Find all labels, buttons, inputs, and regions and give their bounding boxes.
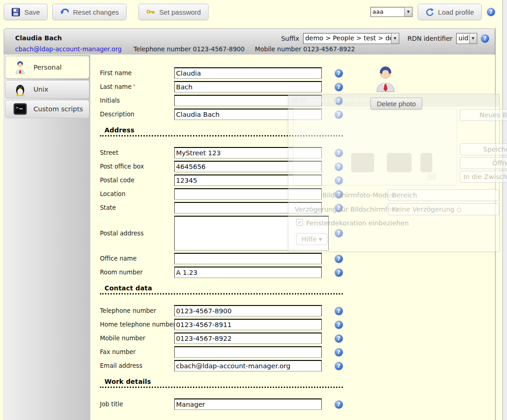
initials-label: Initials: [100, 97, 174, 104]
street-label: Street: [100, 149, 174, 156]
home-telephone-number-label: Home telephone number: [100, 321, 174, 328]
chevron-down-icon: ▼: [391, 33, 399, 44]
help-icon[interactable]: ?: [487, 8, 495, 16]
post-office-box-label: Post office box: [100, 163, 174, 170]
help-icon[interactable]: ?: [335, 97, 343, 105]
street-label-text: Street: [100, 149, 118, 156]
form-row-office-name: Office name?: [100, 253, 495, 264]
rdn-select-value: uid: [457, 33, 469, 44]
help-icon[interactable]: ?: [481, 34, 489, 43]
first-name-input[interactable]: [174, 67, 322, 79]
email-address-input[interactable]: [174, 360, 322, 371]
last-name-input[interactable]: [174, 81, 322, 93]
form-row-description: Description?: [100, 109, 495, 120]
help-icon[interactable]: ?: [335, 163, 343, 171]
room-number-label: Room number: [100, 269, 174, 276]
form-row-state: State?: [100, 202, 495, 213]
help-icon[interactable]: ?: [335, 307, 343, 315]
help-icon[interactable]: ?: [335, 348, 343, 356]
help-icon[interactable]: ?: [335, 255, 343, 263]
reset-changes-label: Reset changes: [73, 8, 119, 16]
content-right-border: [495, 27, 496, 420]
suffix-select[interactable]: demo > People > test > de ▼: [303, 33, 399, 44]
state-input[interactable]: [174, 202, 322, 213]
description-label: Description: [100, 111, 174, 118]
telephone-number-label: Telephone number: [100, 307, 174, 314]
job-title-label-text: Job title: [100, 401, 123, 408]
office-name-input[interactable]: [174, 253, 322, 264]
terminal-icon: >: [13, 102, 28, 116]
scrollbar[interactable]: [502, 0, 507, 420]
telephone-number-input[interactable]: [174, 305, 322, 316]
initials-input[interactable]: [174, 95, 322, 106]
tab-custom-scripts[interactable]: >Custom scripts: [5, 100, 89, 118]
office-name-label: Office name: [100, 255, 174, 262]
state-label: State: [100, 204, 174, 211]
delete-photo-button[interactable]: Delete photo: [370, 98, 422, 109]
description-input[interactable]: [174, 109, 322, 120]
rdn-select[interactable]: uid ▼: [456, 33, 477, 44]
save-button[interactable]: Save: [4, 4, 48, 20]
email-address-label-text: Email address: [100, 362, 143, 369]
profile-select[interactable]: aaa ▼: [370, 7, 413, 17]
section-heading-contact-data: Contact data: [100, 284, 343, 295]
home-telephone-number-input[interactable]: [174, 319, 322, 330]
first-name-label: First name: [100, 70, 174, 76]
set-password-button[interactable]: Set password: [138, 4, 209, 20]
account-header: Claudia Bach Suffix demo > People > test…: [4, 28, 495, 55]
personal-form: First name?Last name*?Initials?Descripti…: [90, 55, 495, 420]
suffix-select-value: demo > People > test > de: [303, 33, 391, 44]
set-password-label: Set password: [159, 8, 201, 16]
help-icon[interactable]: ?: [335, 204, 343, 212]
help-icon[interactable]: ?: [335, 149, 343, 157]
load-profile-button[interactable]: Load profile: [418, 4, 482, 20]
postal-code-label: Postal code: [100, 177, 174, 184]
help-icon[interactable]: ?: [335, 110, 343, 119]
tab-personal[interactable]: Personal: [5, 56, 89, 79]
help-icon[interactable]: ?: [335, 190, 343, 198]
reset-changes-button[interactable]: Reset changes: [52, 4, 127, 20]
delete-photo-label: Delete photo: [377, 100, 416, 108]
mobile-number-input[interactable]: [174, 333, 322, 344]
form-row-room-number: Room number?: [100, 267, 495, 278]
help-icon[interactable]: ?: [335, 321, 343, 329]
help-icon[interactable]: ?: [335, 362, 343, 370]
svg-text:>: >: [16, 105, 19, 110]
room-number-input[interactable]: [174, 267, 322, 278]
job-title-input[interactable]: [174, 398, 322, 410]
postal-address-input[interactable]: [174, 216, 329, 251]
email-link[interactable]: cbach@ldap-account-manager.org: [15, 45, 121, 53]
help-icon[interactable]: ?: [335, 229, 343, 237]
help-icon[interactable]: ?: [335, 268, 343, 277]
help-icon[interactable]: ?: [335, 334, 343, 343]
undo-arrow-icon: [60, 8, 69, 16]
refresh-icon: [425, 8, 434, 16]
help-icon[interactable]: ?: [335, 176, 343, 185]
header-controls: Suffix demo > People > test > de ▼ RDN i…: [281, 33, 489, 44]
chevron-down-icon: ▼: [404, 7, 412, 16]
state-label-text: State: [100, 204, 116, 211]
lam-page: Save Reset changes Set password aaa ▼: [0, 0, 507, 420]
form-row-initials: Initials?: [100, 95, 495, 106]
last-name-label: Last name*: [100, 83, 174, 90]
location-input[interactable]: [174, 188, 322, 200]
tab-unix[interactable]: Unix: [5, 80, 89, 98]
module-sidebar: PersonalUnix>Custom scripts: [4, 55, 90, 420]
postal-code-input[interactable]: [174, 175, 322, 186]
post-office-box-label-text: Post office box: [100, 163, 144, 170]
street-input[interactable]: [174, 147, 322, 158]
post-office-box-input[interactable]: [174, 161, 322, 172]
account-name: Claudia Bach: [15, 34, 62, 42]
tab-label: Personal: [33, 64, 62, 71]
form-row-post-office-box: Post office box?: [100, 161, 495, 172]
person-icon: [13, 60, 28, 75]
section-heading-address: Address: [100, 126, 343, 136]
fax-number-input[interactable]: [174, 346, 322, 358]
help-icon[interactable]: ?: [335, 83, 343, 91]
chevron-down-icon: ▼: [469, 33, 477, 44]
form-row-email-address: Email address?: [100, 360, 495, 371]
help-icon[interactable]: ?: [335, 400, 343, 409]
help-icon[interactable]: ?: [335, 69, 343, 77]
email-address-label: Email address: [100, 362, 174, 369]
form-row-last-name: Last name*?: [100, 81, 495, 93]
